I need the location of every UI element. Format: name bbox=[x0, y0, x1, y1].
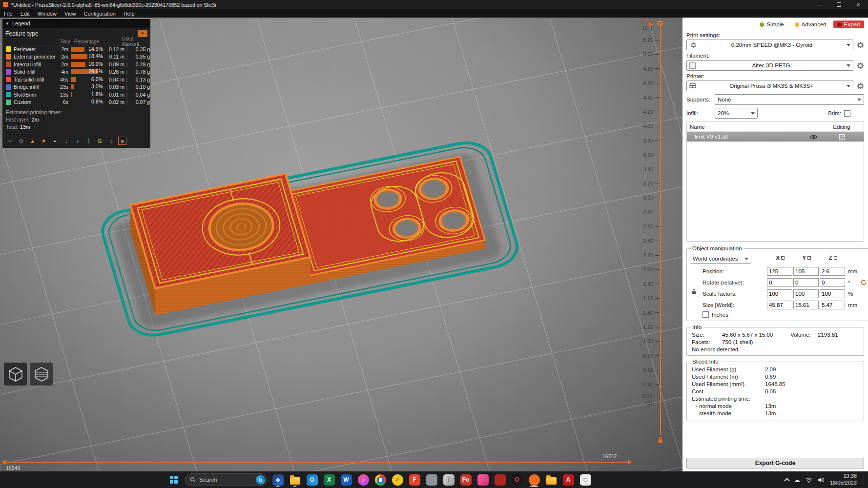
acrobat-icon[interactable]: A bbox=[562, 472, 575, 487]
wifi-icon[interactable] bbox=[805, 477, 813, 483]
supports-dropdown[interactable]: None bbox=[715, 94, 864, 105]
size-z-input[interactable] bbox=[820, 301, 845, 309]
volume-icon[interactable] bbox=[818, 477, 825, 483]
word-icon[interactable]: W bbox=[340, 472, 352, 487]
print-settings-gear-icon[interactable] bbox=[856, 41, 864, 49]
export-gcode-button[interactable]: Export G-code bbox=[686, 458, 864, 468]
object-list-row[interactable]: limit V9 v1.stl bbox=[687, 132, 864, 142]
move-slider-track[interactable] bbox=[7, 462, 628, 463]
legend-toggle-icon[interactable]: ≡ bbox=[118, 137, 126, 145]
show-desktop-button[interactable] bbox=[864, 474, 864, 485]
print-settings-dropdown[interactable]: 0.20mm SPEED @MK3 - Gyroid bbox=[686, 40, 853, 50]
menu-help[interactable]: Help bbox=[120, 9, 139, 18]
close-button[interactable]: × bbox=[848, 0, 868, 9]
move-slider-left-arrow[interactable] bbox=[2, 460, 6, 465]
layer-slider-track[interactable] bbox=[660, 21, 661, 435]
scale-z-input[interactable] bbox=[820, 289, 845, 298]
todo-icon[interactable]: ✓ bbox=[391, 472, 404, 487]
menu-edit[interactable]: Edit bbox=[17, 9, 34, 18]
mode-advanced[interactable]: Advanced bbox=[791, 20, 830, 28]
pause-prints-icon[interactable]: ∥ bbox=[84, 137, 93, 145]
preview-options-gear-icon[interactable] bbox=[663, 455, 671, 463]
layer-slider-gear-icon[interactable] bbox=[656, 20, 664, 27]
menu-bar: FileEditWindowViewConfigurationHelp bbox=[0, 9, 868, 18]
outlook-icon[interactable]: O bbox=[306, 472, 318, 487]
move-slider-right-arrow[interactable] bbox=[628, 460, 632, 465]
taskbar-search[interactable]: Search b bbox=[185, 473, 268, 486]
inches-checkbox[interactable] bbox=[703, 311, 709, 318]
brim-checkbox[interactable] bbox=[844, 110, 850, 117]
app-pink-icon[interactable] bbox=[476, 472, 489, 487]
printer-dropdown[interactable]: Original Prusa i3 MK3S & MK3S+ bbox=[686, 81, 853, 91]
preview-view-thumbnail[interactable] bbox=[30, 363, 53, 386]
printer-gear-icon[interactable] bbox=[856, 82, 864, 90]
position-y-input[interactable] bbox=[793, 267, 819, 276]
wipe-icon[interactable]: ◇ bbox=[17, 137, 25, 145]
taskbar-clock[interactable]: 19:36 18/05/2023 bbox=[830, 473, 857, 487]
app-gray-icon[interactable] bbox=[425, 472, 438, 487]
sliced-info-value bbox=[765, 396, 861, 402]
layer-tick: 3.40 bbox=[625, 166, 659, 172]
custom-gcodes-icon[interactable]: G bbox=[96, 137, 104, 145]
folder-2-icon[interactable] bbox=[545, 472, 558, 487]
uniform-scale-lock-icon[interactable] bbox=[691, 288, 697, 296]
3d-viewport[interactable]: ▼ Legend Feature type ▼ Time Percentage … bbox=[0, 18, 682, 471]
retractions-icon[interactable]: ▲ bbox=[28, 137, 37, 145]
scale-y-input[interactable] bbox=[793, 289, 819, 298]
position-z-input[interactable] bbox=[820, 267, 845, 276]
rotate-y-input[interactable] bbox=[793, 278, 819, 287]
app-silver-icon[interactable]: / bbox=[442, 472, 455, 487]
rotate-z-input[interactable] bbox=[820, 278, 845, 287]
itunes-icon[interactable]: ♪ bbox=[357, 472, 370, 487]
onedrive-cloud-icon[interactable]: ☁ bbox=[794, 476, 800, 484]
deretractions-icon[interactable]: ▼ bbox=[40, 137, 48, 145]
rotate-x-input[interactable] bbox=[767, 278, 792, 287]
shells-icon[interactable]: ○ bbox=[107, 137, 115, 145]
mode-expert[interactable]: Expert bbox=[833, 20, 864, 28]
menu-window[interactable]: Window bbox=[34, 9, 61, 18]
coordinates-dropdown[interactable]: World coordinates bbox=[690, 254, 751, 264]
minimize-button[interactable]: – bbox=[809, 0, 829, 9]
filament-gear-icon[interactable] bbox=[856, 61, 864, 69]
scale-x-input[interactable] bbox=[767, 289, 792, 298]
legend-header[interactable]: ▼ Legend bbox=[2, 19, 150, 28]
travels-icon[interactable]: ≈ bbox=[6, 137, 14, 145]
seams-icon[interactable]: ▪ bbox=[51, 137, 59, 145]
tick-mark bbox=[655, 370, 659, 370]
excel-icon[interactable]: X bbox=[323, 472, 335, 487]
tick-label: 1.40 bbox=[643, 310, 653, 316]
app-red-3-icon[interactable] bbox=[494, 472, 506, 487]
percentage-bar bbox=[71, 100, 71, 104]
reset-rotation-icon[interactable] bbox=[860, 279, 868, 286]
opera-icon[interactable]: O bbox=[511, 472, 523, 487]
editor-view-thumbnail[interactable] bbox=[4, 363, 27, 386]
hidden-icons-chevron-icon[interactable] bbox=[784, 478, 789, 483]
size-x-input[interactable] bbox=[767, 301, 792, 309]
color-changes-icon[interactable]: ◑ bbox=[73, 137, 82, 145]
layer-slider-lock-icon[interactable] bbox=[657, 436, 664, 445]
app-red-f-icon[interactable]: F bbox=[408, 472, 421, 487]
eye-icon[interactable] bbox=[807, 134, 820, 140]
menu-file[interactable]: File bbox=[0, 9, 17, 18]
size-y-input[interactable] bbox=[793, 301, 819, 309]
layer-slider-upper-thumb[interactable] bbox=[649, 22, 653, 27]
tool-changes-icon[interactable]: ↓ bbox=[62, 137, 70, 145]
mode-simple[interactable]: Simple bbox=[756, 20, 787, 28]
file-explorer-icon[interactable] bbox=[289, 472, 301, 487]
menu-configuration[interactable]: Configuration bbox=[80, 9, 119, 18]
menu-view[interactable]: View bbox=[61, 9, 80, 18]
position-x-input[interactable] bbox=[767, 267, 792, 276]
infill-dropdown[interactable]: 20% bbox=[715, 108, 758, 119]
editing-icon[interactable] bbox=[820, 134, 864, 140]
start-button[interactable] bbox=[167, 473, 181, 487]
app-white-box-icon[interactable]: □ bbox=[579, 472, 592, 487]
app-red-2-icon[interactable]: Fo bbox=[459, 472, 472, 487]
app-dark-blue-icon[interactable]: ◆ bbox=[271, 472, 284, 487]
maximize-button[interactable] bbox=[829, 0, 848, 9]
sliced-object[interactable] bbox=[98, 138, 522, 340]
prusaslicer-icon[interactable] bbox=[528, 472, 540, 487]
filament-dropdown[interactable]: Altec 3D PETG bbox=[686, 60, 853, 71]
chrome-icon[interactable] bbox=[374, 472, 387, 487]
facets-label: Facets: bbox=[692, 339, 722, 345]
filament-value: Altec 3D PETG bbox=[699, 62, 844, 68]
